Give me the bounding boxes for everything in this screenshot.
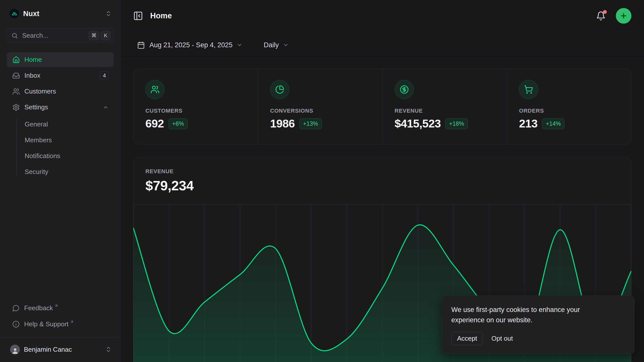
sidebar-item-general[interactable]: General: [7, 117, 114, 131]
kbd-meta: ⌘: [89, 31, 99, 40]
date-range-value: Aug 21, 2025 - Sep 4, 2025: [149, 41, 232, 49]
stat-delta-badge: +14%: [542, 118, 565, 129]
cookie-banner: We use first-party cookies to enhance yo…: [441, 295, 635, 354]
help-support-link[interactable]: Help & Support: [7, 318, 114, 331]
sidebar-item-label: Inbox: [24, 72, 41, 79]
calendar-icon: [137, 41, 145, 49]
revenue-chart-value: $79,234: [145, 178, 619, 193]
help-support-label: Help & Support: [24, 320, 68, 328]
sidebar-item-notifications[interactable]: Notifications: [7, 149, 114, 163]
nuxt-logo-icon: [10, 9, 19, 18]
stat-value: 1986: [270, 117, 295, 130]
message-circle-icon: [12, 304, 20, 312]
inbox-count-badge: 4: [100, 71, 109, 80]
chevrons-up-down-icon: [105, 346, 112, 353]
sidebar-item-members[interactable]: Members: [7, 133, 114, 147]
page-title: Home: [150, 11, 172, 20]
sidebar-nav: Home Inbox 4 Customers Settings: [7, 52, 114, 179]
chevron-up-icon: [103, 104, 109, 110]
search-placeholder: Search...: [22, 32, 48, 39]
stat-value: 692: [145, 117, 164, 130]
stat-delta-badge: +18%: [445, 118, 468, 129]
stat-value: $415,523: [395, 117, 441, 130]
stat-orders[interactable]: ORDERS 213 +14%: [507, 69, 631, 144]
sidebar-item-label: Settings: [24, 103, 48, 111]
sidebar-collapse-button[interactable]: [131, 9, 145, 23]
settings-submenu: General Members Notifications Security: [7, 117, 114, 179]
inbox-icon: [12, 72, 20, 79]
search-icon: [11, 32, 18, 39]
plus-icon: [620, 12, 628, 20]
stat-customers[interactable]: CUSTOMERS 692 +6%: [133, 69, 258, 144]
search-input[interactable]: Search... ⌘ K: [7, 28, 114, 43]
feedback-link[interactable]: Feedback: [7, 301, 114, 314]
filters-toolbar: Aug 21, 2025 - Sep 4, 2025 Daily: [120, 32, 644, 58]
cookie-accept-button[interactable]: Accept: [451, 332, 483, 345]
workspace-name: Nuxt: [23, 10, 39, 18]
revenue-chart-label: REVENUE: [145, 168, 619, 175]
add-button[interactable]: [616, 8, 631, 24]
stat-label: CONVERSIONS: [270, 108, 370, 114]
stat-label: ORDERS: [519, 108, 619, 114]
main-area: Home Aug 21, 2025 - Sep 4, 2025 Daily: [120, 0, 644, 362]
dollar-circle-icon: [395, 80, 414, 99]
workspace-switcher[interactable]: Nuxt: [7, 6, 114, 22]
sidebar-item-customers[interactable]: Customers: [7, 84, 114, 99]
user-name: Benjamin Canac: [24, 346, 72, 353]
chevron-down-icon: [283, 42, 289, 48]
stat-conversions[interactable]: CONVERSIONS 1986 +13%: [258, 69, 382, 144]
chevrons-up-down-icon: [105, 10, 112, 17]
stats-card: CUSTOMERS 692 +6% CONVERSIONS 1986 +13%: [133, 69, 631, 145]
sidebar: Nuxt Search... ⌘ K Home: [0, 0, 120, 362]
info-icon: [12, 321, 20, 328]
cart-icon: [519, 80, 538, 99]
notification-dot: [603, 10, 607, 14]
sidebar-item-settings[interactable]: Settings: [7, 100, 114, 115]
user-menu[interactable]: Benjamin Canac: [7, 342, 114, 357]
stat-value: 213: [519, 117, 538, 130]
pie-chart-icon: [270, 80, 289, 99]
cookie-message: We use first-party cookies to enhance yo…: [451, 305, 615, 325]
gear-icon: [12, 104, 20, 111]
sidebar-item-home[interactable]: Home: [7, 52, 114, 67]
granularity-value: Daily: [264, 41, 279, 49]
feedback-label: Feedback: [24, 304, 53, 312]
users-icon: [145, 80, 165, 99]
sidebar-item-label: Customers: [24, 87, 56, 95]
granularity-select[interactable]: Daily: [260, 39, 292, 52]
kbd-k: K: [101, 31, 110, 40]
sidebar-item-security[interactable]: Security: [7, 165, 114, 179]
sidebar-item-inbox[interactable]: Inbox 4: [7, 68, 114, 83]
stat-label: CUSTOMERS: [145, 108, 246, 114]
stat-revenue[interactable]: REVENUE $415,523 +18%: [382, 69, 507, 144]
notifications-button[interactable]: [594, 10, 607, 22]
submenu-guide-line: [16, 119, 17, 176]
date-range-picker[interactable]: Aug 21, 2025 - Sep 4, 2025: [133, 39, 246, 52]
external-link-icon: [70, 320, 74, 324]
stat-label: REVENUE: [395, 108, 495, 114]
users-icon: [12, 88, 20, 95]
stat-delta-badge: +6%: [169, 118, 188, 129]
chevron-down-icon: [236, 42, 243, 48]
stat-delta-badge: +13%: [299, 118, 322, 129]
cookie-optout-button[interactable]: Opt out: [492, 335, 513, 342]
external-link-icon: [54, 304, 58, 308]
home-icon: [12, 56, 20, 64]
page-header: Home: [120, 0, 644, 32]
panel-left-close-icon: [133, 11, 143, 21]
avatar: [10, 345, 20, 354]
sidebar-item-label: Home: [24, 56, 42, 64]
